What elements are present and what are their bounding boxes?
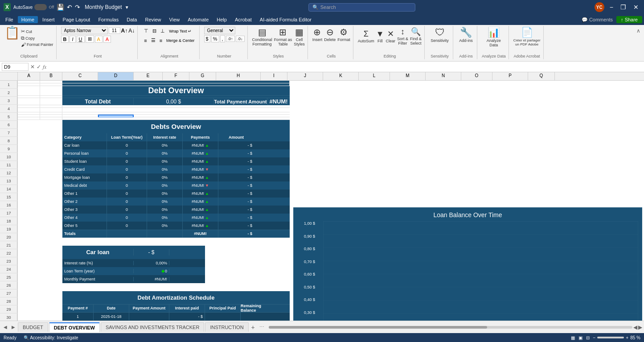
col-header-k[interactable]: K bbox=[323, 72, 359, 80]
row-header-23[interactable]: 23 bbox=[0, 257, 18, 265]
analyze-button[interactable]: 📊AnalyzeData bbox=[487, 27, 501, 47]
row-header-27[interactable]: 27 bbox=[0, 289, 18, 297]
menu-review[interactable]: Review bbox=[141, 16, 164, 23]
autosave-toggle[interactable] bbox=[34, 4, 47, 10]
row-header-30[interactable]: 30 bbox=[0, 313, 18, 321]
tab-options-button[interactable]: ⋯ bbox=[259, 324, 264, 330]
row-header-25[interactable]: 25 bbox=[0, 273, 18, 281]
col-header-f[interactable]: F bbox=[163, 72, 189, 80]
wrap-text-button[interactable]: Wrap Text ↵ bbox=[167, 27, 193, 35]
row-header-14[interactable]: 14 bbox=[0, 185, 18, 193]
col-header-e[interactable]: E bbox=[134, 72, 163, 80]
clear-button[interactable]: ✕Clear bbox=[386, 29, 396, 43]
col-header-j[interactable]: J bbox=[287, 72, 323, 80]
dollar-button[interactable]: $ bbox=[204, 35, 210, 42]
number-format-select[interactable]: General bbox=[204, 27, 235, 34]
row-header-19[interactable]: 19 bbox=[0, 225, 18, 233]
row-header-10[interactable]: 10 bbox=[0, 153, 18, 161]
row-header-1[interactable]: 1 bbox=[0, 81, 18, 89]
row-header-8[interactable]: 8 bbox=[0, 137, 18, 145]
ribbon-collapse[interactable]: ∧ bbox=[635, 26, 642, 36]
create-pdf-button[interactable]: 📄 Créer et partagerun PDF Adobe bbox=[513, 27, 541, 46]
row-header-26[interactable]: 26 bbox=[0, 281, 18, 289]
loan-term-value[interactable]: ◆ 0 bbox=[134, 268, 169, 273]
col-header-o[interactable]: O bbox=[461, 72, 492, 80]
row-header-15[interactable]: 15 bbox=[0, 193, 18, 201]
menu-acrobat[interactable]: Acrobat bbox=[231, 16, 255, 23]
row-header-21[interactable]: 21 bbox=[0, 241, 18, 249]
tab-instruction[interactable]: INSTRUCTION bbox=[205, 322, 248, 332]
row-header-28[interactable]: 28 bbox=[0, 297, 18, 305]
sensitivity-button[interactable]: 🛡Sensitivity bbox=[431, 27, 449, 43]
row-header-4[interactable]: 4 bbox=[0, 105, 18, 113]
col-header-p[interactable]: P bbox=[492, 72, 528, 80]
tab-savings[interactable]: SAVINGS AND INVESTMENTS TRACKER bbox=[101, 322, 204, 332]
view-normal-button[interactable]: ▦ bbox=[571, 335, 575, 340]
menu-data[interactable]: Data bbox=[123, 16, 140, 23]
find-select-button[interactable]: 🔍Find &Select bbox=[410, 27, 422, 45]
menu-automate[interactable]: Automate bbox=[184, 16, 212, 23]
add-sheet-button[interactable]: + bbox=[250, 324, 257, 331]
increase-decimal-button[interactable]: .0↑ bbox=[226, 36, 235, 42]
font-decrease-button[interactable]: A↓ bbox=[128, 28, 135, 34]
copy-button[interactable]: ⧉ Copy bbox=[21, 35, 53, 41]
col-header-d[interactable]: D bbox=[98, 72, 134, 80]
col-header-b[interactable]: B bbox=[40, 72, 62, 80]
font-color-button[interactable]: A bbox=[103, 36, 111, 43]
share-button[interactable]: ↑ Share bbox=[616, 16, 642, 23]
row-header-2[interactable]: 2 bbox=[0, 89, 18, 97]
menu-home[interactable]: Home bbox=[18, 16, 38, 23]
row-header-5[interactable]: 5 bbox=[0, 113, 18, 121]
align-bottom-button[interactable]: ⊥ bbox=[159, 27, 167, 35]
redo-icon[interactable]: ↷ bbox=[75, 4, 80, 11]
format-as-table-button[interactable]: ⊞Format asTable bbox=[274, 27, 292, 46]
menu-insert[interactable]: Insert bbox=[39, 16, 58, 23]
col-header-n[interactable]: N bbox=[426, 72, 461, 80]
italic-button[interactable]: I bbox=[70, 36, 75, 43]
minimize-button[interactable]: − bbox=[608, 3, 615, 12]
col-header-h[interactable]: H bbox=[216, 72, 261, 80]
cell-styles-button[interactable]: ▦CellStyles bbox=[294, 27, 305, 46]
function-button[interactable]: ✕ bbox=[30, 64, 35, 70]
row-header-12[interactable]: 12 bbox=[0, 169, 18, 177]
menu-ai-formula[interactable]: AI-aided Formula Editor bbox=[256, 16, 315, 23]
col-header-q[interactable]: Q bbox=[528, 72, 555, 80]
bold-button[interactable]: B bbox=[61, 36, 69, 43]
paste-button[interactable]: 📋 bbox=[4, 27, 20, 39]
menu-formulas[interactable]: Formulas bbox=[94, 16, 122, 23]
cut-button[interactable]: ✂ Cut bbox=[21, 29, 53, 34]
col-header-l[interactable]: L bbox=[359, 72, 390, 80]
tab-next-button[interactable]: ▶ bbox=[10, 324, 17, 330]
percent-button[interactable]: % bbox=[211, 35, 219, 42]
view-layout-button[interactable]: ▣ bbox=[578, 335, 582, 340]
row-header-6[interactable]: 6 bbox=[0, 121, 18, 129]
col-header-i[interactable]: I bbox=[261, 72, 287, 80]
formula-input[interactable] bbox=[48, 64, 642, 70]
align-center-button[interactable]: ☰ bbox=[149, 36, 157, 45]
autosum-button[interactable]: ΣAutoSum bbox=[358, 29, 374, 43]
font-name-select[interactable]: Aptos Narrow bbox=[61, 27, 108, 34]
row-header-17[interactable]: 17 bbox=[0, 209, 18, 217]
delete-button[interactable]: ⊖Delete bbox=[324, 27, 336, 42]
align-left-button[interactable]: ≡ bbox=[142, 36, 148, 45]
save-icon[interactable]: 💾 bbox=[57, 4, 64, 11]
fill-button[interactable]: ▼Fill bbox=[376, 29, 384, 43]
conditional-formatting-button[interactable]: ▤ConditionalFormatting bbox=[252, 27, 272, 46]
underline-button[interactable]: U bbox=[77, 36, 85, 43]
row-header-9[interactable]: 9 bbox=[0, 145, 18, 153]
menu-page-layout[interactable]: Page Layout bbox=[59, 16, 94, 23]
merge-center-button[interactable]: Merge & Center bbox=[164, 36, 197, 45]
zoom-in-button[interactable]: + bbox=[626, 335, 628, 340]
search-bar[interactable]: 🔍 Search bbox=[308, 3, 415, 12]
scroll-right-button[interactable]: ▶ bbox=[638, 324, 642, 330]
row-header-22[interactable]: 22 bbox=[0, 249, 18, 257]
col-header-g[interactable]: G bbox=[189, 72, 216, 80]
menu-file[interactable]: File bbox=[2, 16, 17, 23]
align-right-button[interactable]: ≡ bbox=[158, 36, 164, 45]
view-page-break-button[interactable]: ⊟ bbox=[586, 335, 590, 340]
tab-debt-overview[interactable]: DEBT OVERVIEW bbox=[49, 322, 100, 332]
cell-reference-input[interactable] bbox=[2, 63, 29, 71]
col-header-c[interactable]: C bbox=[62, 72, 98, 80]
zoom-out-button[interactable]: − bbox=[593, 335, 596, 340]
tab-prev-button[interactable]: ◀ bbox=[2, 324, 9, 330]
